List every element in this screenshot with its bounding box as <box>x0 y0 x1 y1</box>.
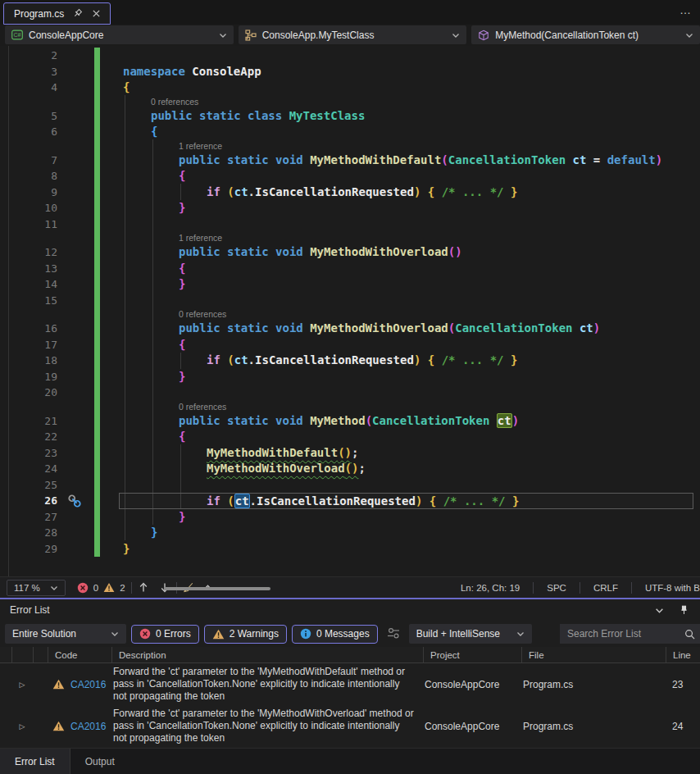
code-line-14[interactable]: 14} <box>0 276 700 293</box>
error-list-row[interactable]: ▷ CA2016Forward the 'ct' parameter to th… <box>0 663 700 705</box>
codelens-references[interactable]: 0 references <box>0 308 700 321</box>
errors-filter-button[interactable]: 0 Errors <box>131 625 199 644</box>
line-number[interactable]: 9 <box>0 184 57 201</box>
line-number[interactable]: 10 <box>0 200 57 216</box>
code-line-23[interactable]: 23MyMethodWithDefault(); <box>0 445 700 462</box>
line-number[interactable]: 5 <box>0 108 57 125</box>
source-dropdown[interactable]: Build + IntelliSense <box>409 624 532 644</box>
code-text[interactable]: } <box>119 200 693 216</box>
messages-filter-button[interactable]: 0 Messages <box>292 625 378 644</box>
row-expander[interactable]: ▷ <box>11 681 33 689</box>
code-text[interactable]: if (ct.IsCancellationRequested) { /* ...… <box>119 184 693 201</box>
diagnostic-code-link[interactable]: CA2016 <box>69 721 111 732</box>
code-line-10[interactable]: 10} <box>0 200 700 216</box>
error-list-row[interactable]: ▷ CA2016Forward the 'ct' parameter to th… <box>0 705 700 747</box>
column-header-description[interactable]: Description <box>111 647 423 662</box>
line-ending-indicator[interactable]: CRLF <box>586 583 625 593</box>
code-text[interactable]: } <box>119 525 693 541</box>
diagnostic-code-link[interactable]: CA2016 <box>69 679 111 690</box>
code-line-2[interactable]: 2 <box>0 48 700 64</box>
line-number[interactable]: 21 <box>0 413 57 430</box>
code-text[interactable]: MyMethodWithDefault(); <box>119 445 693 462</box>
line-number[interactable]: 26 <box>0 493 57 509</box>
line-number[interactable]: 27 <box>0 509 57 526</box>
search-input[interactable] <box>567 628 684 640</box>
warning-count-icon[interactable] <box>103 582 115 594</box>
line-number[interactable]: 2 <box>0 48 57 64</box>
line-number[interactable]: 4 <box>0 80 57 96</box>
code-text[interactable]: } <box>119 276 693 293</box>
code-line-21[interactable]: 21public static void MyMethod(Cancellati… <box>0 413 700 430</box>
code-line-20[interactable]: 20 <box>0 385 700 401</box>
code-text[interactable]: public static void MyMethod(Cancellation… <box>119 413 693 430</box>
filter-settings-icon[interactable] <box>386 627 401 640</box>
row-expander[interactable]: ▷ <box>11 722 33 731</box>
code-line-7[interactable]: 7public static void MyMethodWithDefault(… <box>0 153 700 169</box>
codelens-references[interactable]: 0 references <box>0 401 700 413</box>
line-number[interactable]: 12 <box>0 244 57 261</box>
code-text[interactable] <box>119 48 693 64</box>
panel-pin-icon[interactable] <box>677 603 690 617</box>
spaces-indicator[interactable]: SPC <box>539 583 574 593</box>
line-number[interactable]: 25 <box>0 477 57 494</box>
code-text[interactable]: if (ct.IsCancellationRequested) { /* ...… <box>119 353 693 369</box>
line-number[interactable]: 6 <box>0 124 57 140</box>
code-text[interactable]: public static class MyTestClass <box>119 108 693 125</box>
line-number[interactable]: 20 <box>0 385 57 401</box>
code-line-6[interactable]: 6{ <box>0 124 700 140</box>
codelens-references[interactable]: 1 reference <box>0 140 700 153</box>
line-number[interactable]: 16 <box>0 321 57 337</box>
tab-program-cs[interactable]: Program.cs <box>3 2 111 25</box>
line-number[interactable]: 23 <box>0 445 57 462</box>
close-icon[interactable] <box>90 8 102 20</box>
code-text[interactable]: { <box>119 80 693 96</box>
code-line-26[interactable]: 26 if (ct.IsCancellationRequested) { /* … <box>0 493 700 509</box>
line-number[interactable]: 18 <box>0 353 57 369</box>
code-line-27[interactable]: 27} <box>0 509 700 526</box>
code-text[interactable]: namespace ConsoleApp <box>119 64 693 80</box>
caret-position[interactable]: Ln: 26, Ch: 19 <box>453 583 527 593</box>
code-line-9[interactable]: 9if (ct.IsCancellationRequested) { /* ..… <box>0 184 700 201</box>
code-text[interactable]: } <box>119 509 693 526</box>
code-text[interactable]: MyMethodWithOverload(); <box>119 461 693 477</box>
project-dropdown[interactable]: C# ConsoleAppCore <box>5 25 234 44</box>
code-text[interactable]: } <box>119 369 693 385</box>
code-editor[interactable]: 23namespace ConsoleApp4{0 references5pub… <box>0 46 700 576</box>
codelens-references[interactable]: 0 references <box>0 96 700 108</box>
column-header-code[interactable]: Code <box>48 647 111 662</box>
line-number[interactable]: 11 <box>0 216 57 233</box>
column-header-file[interactable]: File <box>521 647 666 662</box>
line-number[interactable]: 17 <box>0 337 57 353</box>
code-line-25[interactable]: 25 <box>0 477 700 494</box>
panel-tab-output[interactable]: Output <box>70 749 130 774</box>
panel-tab-error-list[interactable]: Error List <box>0 749 70 774</box>
column-header-line[interactable]: Line <box>666 647 700 662</box>
column-header-project[interactable]: Project <box>423 647 521 662</box>
code-text[interactable] <box>119 293 693 309</box>
code-line-8[interactable]: 8{ <box>0 168 700 184</box>
code-text[interactable]: public static void MyMethodWithOverload(… <box>119 244 693 261</box>
link-glyph-icon[interactable] <box>57 493 119 509</box>
scope-dropdown[interactable]: Entire Solution <box>5 624 126 644</box>
code-line-15[interactable]: 15 <box>0 293 700 309</box>
line-number[interactable]: 15 <box>0 293 57 309</box>
code-line-29[interactable]: 29} <box>0 541 700 558</box>
code-line-17[interactable]: 17{ <box>0 337 700 353</box>
code-text[interactable]: { <box>119 168 693 184</box>
zoom-dropdown[interactable]: 117 % <box>7 580 66 596</box>
code-text[interactable] <box>119 216 693 233</box>
search-icon[interactable] <box>684 628 695 640</box>
code-text[interactable]: if (ct.IsCancellationRequested) { /* ...… <box>119 493 693 509</box>
line-number[interactable]: 13 <box>0 261 57 277</box>
line-number[interactable]: 28 <box>0 525 57 541</box>
member-dropdown[interactable]: MyMethod(CancellationToken ct) <box>471 25 700 44</box>
line-number[interactable]: 29 <box>0 541 57 558</box>
code-text[interactable]: } <box>119 541 693 558</box>
type-dropdown[interactable]: ConsoleApp.MyTestClass <box>239 25 467 44</box>
code-line-13[interactable]: 13{ <box>0 261 700 277</box>
code-line-12[interactable]: 12public static void MyMethodWithOverloa… <box>0 244 700 261</box>
tab-overflow-button[interactable]: … <box>680 3 692 16</box>
warnings-filter-button[interactable]: 2 Warnings <box>204 625 287 644</box>
code-text[interactable]: public static void MyMethodWithOverload(… <box>119 321 693 337</box>
code-line-22[interactable]: 22{ <box>0 429 700 445</box>
